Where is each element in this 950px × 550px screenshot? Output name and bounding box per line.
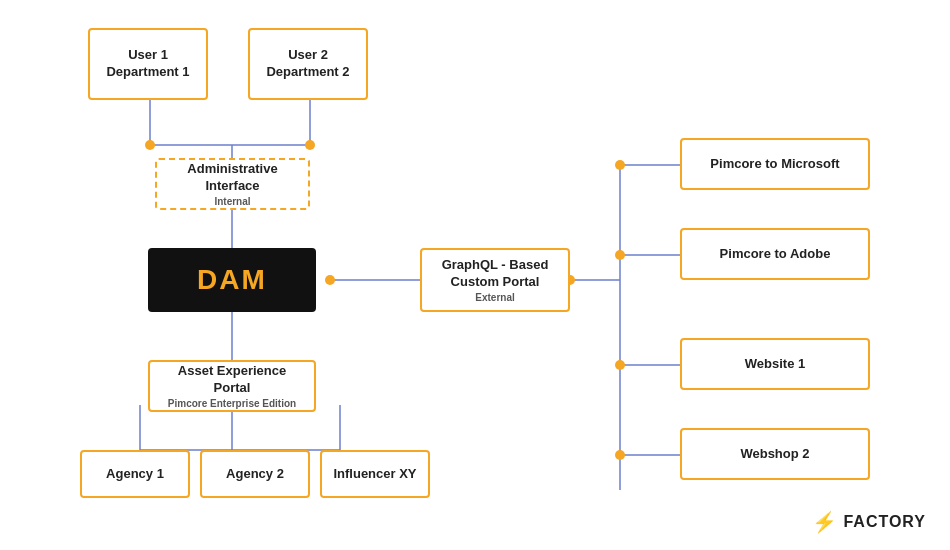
website1-box: Website 1 [680,338,870,390]
pimcore-ms-label: Pimcore to Microsoft [710,156,839,173]
factory-logo: ⚡ FACTORY [812,510,926,534]
dot-right-webshop [615,450,625,460]
dam-label: DAM [197,264,267,296]
dept1-label: Department 1 [106,64,189,81]
user1-box: User 1 Department 1 [88,28,208,100]
asset-portal-sublabel: Pimcore Enterprise Edition [168,398,296,409]
agency2-box: Agency 2 [200,450,310,498]
factory-icon: ⚡ [812,510,837,534]
influencer-label: Influencer XY [333,466,416,483]
influencer-box: Influencer XY [320,450,430,498]
dot-user2-junction [305,140,315,150]
dam-box: DAM [148,248,316,312]
dot-right-website [615,360,625,370]
pimcore-ms-box: Pimcore to Microsoft [680,138,870,190]
asset-portal-label: Asset Experience Portal [160,363,304,397]
dot-user1-junction [145,140,155,150]
factory-label: FACTORY [843,513,926,531]
pimcore-adobe-label: Pimcore to Adobe [720,246,831,263]
webshop2-box: Webshop 2 [680,428,870,480]
diagram: User 1 Department 1 User 2 Department 2 … [0,0,950,550]
admin-sublabel: Internal [214,196,250,207]
admin-label: Administrative Interface [167,161,298,195]
user2-box: User 2 Department 2 [248,28,368,100]
dot-dam-graphql [325,275,335,285]
user1-label: User 1 [128,47,168,64]
dot-right-ms [615,160,625,170]
dot-right-adobe [615,250,625,260]
graphql-label: GraphQL - BasedCustom Portal [442,257,549,291]
dept2-label: Department 2 [266,64,349,81]
user2-label: User 2 [288,47,328,64]
pimcore-adobe-box: Pimcore to Adobe [680,228,870,280]
graphql-box: GraphQL - BasedCustom Portal External [420,248,570,312]
admin-box: Administrative Interface Internal [155,158,310,210]
agency2-label: Agency 2 [226,466,284,483]
agency1-box: Agency 1 [80,450,190,498]
graphql-sublabel: External [475,292,514,303]
agency1-label: Agency 1 [106,466,164,483]
webshop2-label: Webshop 2 [740,446,809,463]
asset-portal-box: Asset Experience Portal Pimcore Enterpri… [148,360,316,412]
website1-label: Website 1 [745,356,805,373]
